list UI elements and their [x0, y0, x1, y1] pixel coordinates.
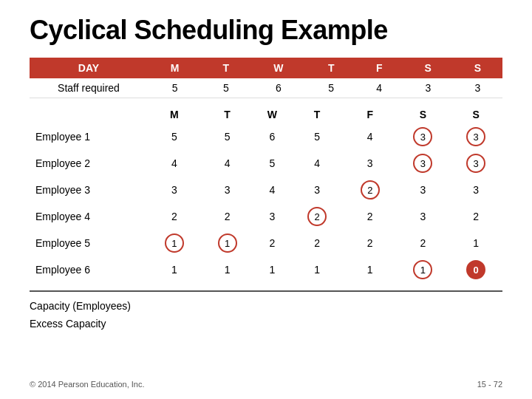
cell-value: 2: [148, 203, 201, 230]
cell-value: 4: [148, 150, 201, 177]
cell-value: 3: [290, 177, 344, 203]
cell-value: 4: [290, 150, 344, 177]
cell-value: 3: [397, 177, 450, 203]
divider: [30, 290, 502, 292]
cell-value: 1: [290, 256, 344, 283]
circled-value: 1: [165, 233, 184, 253]
cell-value: 1: [253, 256, 290, 283]
circled-value: 1: [413, 260, 432, 279]
cell-value: 3: [397, 203, 450, 230]
employee-label: Employee 2: [30, 150, 148, 177]
copyright: © 2014 Pearson Education, Inc.: [30, 380, 144, 389]
circled-value: 3: [413, 154, 432, 173]
cell-value: 0: [449, 256, 502, 283]
bottom-labels: Capacity (Employees) Excess Capacity: [30, 298, 502, 333]
cell-value: 2: [449, 203, 502, 230]
cell-value: 3: [397, 123, 450, 150]
cell-value: 3: [397, 150, 450, 177]
cell-value: 1: [201, 230, 254, 256]
cell-value: 3: [253, 203, 290, 230]
cell-value: 4: [201, 150, 254, 177]
cell-value: 2: [290, 230, 344, 256]
table-row: Employee 51122221: [30, 230, 502, 256]
page-number: 15 - 72: [477, 380, 502, 389]
table-row: Employee 42232232: [30, 203, 502, 230]
cell-value: 2: [344, 203, 397, 230]
cell-value: 6: [253, 123, 290, 150]
circled-value: 1: [218, 233, 237, 253]
circled-value: 0: [466, 260, 485, 279]
cell-value: 2: [344, 230, 397, 256]
table-row: Employee 24454333: [30, 150, 502, 177]
table-row: Employee 15565433: [30, 123, 502, 150]
cell-value: 5: [253, 150, 290, 177]
circled-value: 3: [466, 154, 485, 173]
excess-capacity-label: Excess Capacity: [30, 316, 502, 333]
cell-value: 3: [449, 150, 502, 177]
table-row: Employee 61111110: [30, 256, 502, 283]
cell-value: 5: [201, 123, 254, 150]
cell-value: 2: [290, 203, 344, 230]
cell-value: 5: [148, 123, 201, 150]
cell-value: 3: [449, 123, 502, 150]
cell-value: 2: [397, 230, 450, 256]
main-table: MTWTFSS Employee 15565433Employee 244543…: [30, 106, 502, 283]
employee-label: Employee 6: [30, 256, 148, 283]
circled-value: 2: [361, 180, 380, 200]
circled-value: 3: [413, 127, 432, 146]
cell-value: 4: [253, 177, 290, 203]
cell-value: 2: [201, 203, 254, 230]
cell-value: 3: [201, 177, 254, 203]
footer: © 2014 Pearson Education, Inc. 15 - 72: [30, 380, 502, 389]
employee-label: Employee 5: [30, 230, 148, 256]
cell-value: 1: [201, 256, 254, 283]
top-table: DAYMTWTFSS Staff required5565433: [30, 58, 502, 98]
cell-value: 4: [344, 123, 397, 150]
cell-value: 1: [397, 256, 450, 283]
cell-value: 1: [449, 230, 502, 256]
capacity-label: Capacity (Employees): [30, 298, 502, 316]
employee-label: Employee 1: [30, 123, 148, 150]
cell-value: 5: [290, 123, 344, 150]
cell-value: 2: [253, 230, 290, 256]
cell-value: 1: [148, 230, 201, 256]
employee-label: Employee 3: [30, 177, 148, 203]
cell-value: 2: [344, 177, 397, 203]
table-row: Employee 33343233: [30, 177, 502, 203]
cell-value: 3: [344, 150, 397, 177]
circled-value: 3: [466, 127, 485, 146]
cell-value: 3: [148, 177, 201, 203]
circled-value: 2: [307, 207, 327, 226]
cell-value: 3: [449, 177, 502, 203]
page-title: Cyclical Scheduling Example: [30, 15, 502, 46]
employee-label: Employee 4: [30, 203, 148, 230]
page: Cyclical Scheduling Example DAYMTWTFSS S…: [0, 0, 532, 399]
cell-value: 1: [148, 256, 201, 283]
cell-value: 1: [344, 256, 397, 283]
